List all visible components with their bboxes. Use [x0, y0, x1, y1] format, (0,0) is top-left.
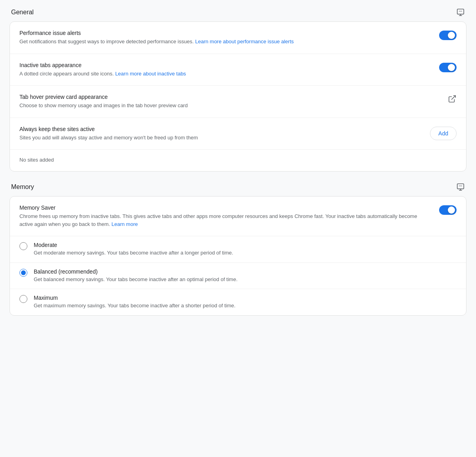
always-active-content: Always keep these sites active Sites you…	[19, 126, 430, 142]
memory-section-title: Memory	[11, 183, 34, 191]
balanced-radio[interactable]	[19, 269, 27, 277]
inactive-tabs-desc-text: A dotted circle appears around site icon…	[19, 71, 115, 77]
svg-rect-7	[457, 184, 464, 189]
always-active-title: Always keep these sites active	[19, 126, 420, 132]
performance-alerts-desc-text: Get notifications that suggest ways to i…	[19, 39, 195, 44]
performance-alerts-title: Performance issue alerts	[19, 30, 430, 36]
balanced-content: Balanced (recommended) Get balanced memo…	[34, 268, 457, 283]
tab-hover-row: Tab hover preview card appearance Choose…	[10, 86, 466, 118]
add-site-button[interactable]: Add	[430, 127, 457, 140]
inactive-tabs-title: Inactive tabs appearance	[19, 62, 430, 68]
memory-saver-link[interactable]: Learn more	[111, 221, 138, 227]
memory-saver-row: Memory Saver Chrome frees up memory from…	[10, 197, 466, 236]
moderate-description: Get moderate memory savings. Your tabs b…	[34, 249, 457, 257]
always-active-desc-text: Sites you add will always stay active an…	[19, 135, 198, 141]
no-sites-text: No sites added	[19, 157, 54, 163]
general-section-title: General	[11, 9, 34, 16]
memory-saver-control	[439, 204, 457, 215]
memory-feedback-icon[interactable]	[456, 183, 465, 191]
memory-card: Memory Saver Chrome frees up memory from…	[10, 196, 466, 316]
no-sites-row: No sites added	[10, 150, 466, 171]
memory-saver-title: Memory Saver	[19, 204, 430, 211]
inactive-tabs-control	[439, 62, 457, 72]
performance-alerts-control	[439, 30, 457, 40]
external-link-icon	[448, 94, 457, 103]
performance-alerts-description: Get notifications that suggest ways to i…	[19, 38, 430, 46]
maximum-title: Maximum	[34, 295, 457, 301]
moderate-radio[interactable]	[19, 242, 27, 250]
inactive-tabs-row: Inactive tabs appearance A dotted circle…	[10, 54, 466, 86]
moderate-row: Moderate Get moderate memory savings. Yo…	[10, 236, 466, 263]
inactive-tabs-content: Inactive tabs appearance A dotted circle…	[19, 62, 439, 78]
always-active-control: Add	[430, 126, 457, 140]
always-active-row: Always keep these sites active Sites you…	[10, 118, 466, 150]
inactive-tabs-toggle[interactable]	[439, 63, 457, 72]
moderate-content: Moderate Get moderate memory savings. Yo…	[34, 242, 457, 257]
memory-section-header: Memory	[10, 183, 466, 191]
memory-saver-content: Memory Saver Chrome frees up memory from…	[19, 204, 439, 228]
maximum-row: Maximum Get maximum memory savings. Your…	[10, 289, 466, 315]
balanced-row: Balanced (recommended) Get balanced memo…	[10, 263, 466, 289]
maximum-content: Maximum Get maximum memory savings. Your…	[34, 295, 457, 310]
performance-alerts-link[interactable]: Learn more about performance issue alert…	[195, 39, 294, 44]
tab-hover-control[interactable]	[448, 94, 457, 103]
memory-saver-description: Chrome frees up memory from inactive tab…	[19, 212, 430, 228]
always-active-description: Sites you add will always stay active an…	[19, 134, 420, 142]
inactive-tabs-link[interactable]: Learn more about inactive tabs	[115, 71, 186, 77]
memory-saver-desc-text: Chrome frees up memory from inactive tab…	[19, 213, 417, 227]
general-card: Performance issue alerts Get notificatio…	[10, 21, 466, 172]
inactive-tabs-description: A dotted circle appears around site icon…	[19, 70, 430, 78]
performance-alerts-slider	[439, 31, 457, 40]
memory-saver-slider	[439, 205, 457, 215]
tab-hover-desc-text: Choose to show memory usage and images i…	[19, 102, 188, 108]
memory-saver-toggle[interactable]	[439, 205, 457, 215]
svg-line-6	[451, 96, 455, 100]
tab-hover-title: Tab hover preview card appearance	[19, 94, 438, 100]
balanced-title: Balanced (recommended)	[34, 268, 457, 275]
maximum-radio[interactable]	[19, 295, 27, 303]
performance-alerts-toggle[interactable]	[439, 31, 457, 40]
general-section-header: General	[10, 8, 466, 17]
tab-hover-description: Choose to show memory usage and images i…	[19, 102, 438, 110]
performance-alerts-row: Performance issue alerts Get notificatio…	[10, 22, 466, 54]
maximum-description: Get maximum memory savings. Your tabs be…	[34, 302, 457, 310]
balanced-description: Get balanced memory savings. Your tabs b…	[34, 276, 457, 283]
inactive-tabs-slider	[439, 63, 457, 72]
performance-alerts-content: Performance issue alerts Get notificatio…	[19, 30, 439, 46]
general-feedback-icon[interactable]	[456, 8, 465, 17]
moderate-title: Moderate	[34, 242, 457, 248]
tab-hover-content: Tab hover preview card appearance Choose…	[19, 94, 448, 110]
